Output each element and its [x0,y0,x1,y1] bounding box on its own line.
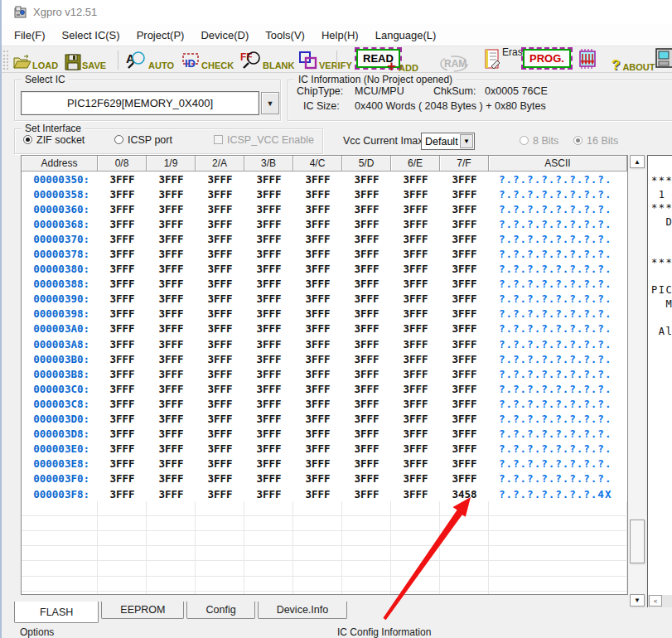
ic-combobox-dropdown-button[interactable]: ▼ [261,92,279,114]
hex-cell[interactable]: 3FFF [98,472,147,485]
hex-cell[interactable]: 3FFF [196,188,244,201]
hex-cell[interactable]: 3FFF [147,472,196,485]
column-header[interactable]: 5/D [342,156,391,172]
hex-cell[interactable]: 3FFF [196,292,244,305]
grid-vertical-scrollbar[interactable]: ▲ ▼ [629,155,645,607]
hex-cell[interactable]: 3FFF [391,307,440,320]
menu-item[interactable]: Language(L) [370,27,442,44]
hex-cell[interactable]: 3FFF [196,442,244,455]
hex-cell[interactable]: 3FFF [440,263,489,275]
hex-cell[interactable]: 3FFF [391,413,440,425]
hex-cell[interactable]: 3FFF [98,398,147,410]
hex-cell[interactable]: 3FFF [293,457,342,470]
hex-cell[interactable]: 3FFF [244,457,293,470]
ascii-cell[interactable]: ?.?.?.?.?.?.?.?. [489,368,627,380]
ascii-cell[interactable]: ?.?.?.?.?.?.?.?. [489,292,627,305]
hex-cell[interactable]: 3FFF [342,338,391,350]
about-button[interactable]: ? ABOUT [612,51,655,72]
add-button[interactable]: + ADD [387,51,418,73]
hex-cell[interactable]: 3FFF [196,383,244,395]
verify-button[interactable]: VERIFY [298,49,352,70]
hex-cell[interactable]: 3FFF [391,322,440,335]
hex-cell[interactable]: 3FFF [293,338,342,350]
ascii-cell[interactable]: ?.?.?.?.?.?.?.4X [489,488,627,500]
hex-cell[interactable]: 3FFF [244,173,293,186]
hex-cell[interactable]: 3FFF [391,428,440,440]
hex-cell[interactable]: 3FFF [293,472,342,485]
hex-cell[interactable]: 3FFF [440,322,489,335]
hex-cell[interactable]: 3FFF [342,353,391,365]
column-header[interactable]: 4/C [293,156,342,172]
hex-cell[interactable]: 3FFF [147,353,196,365]
hex-cell[interactable]: 3FFF [244,307,293,320]
hex-cell[interactable]: 3FFF [147,278,196,290]
device-monitor-button[interactable] [655,48,672,70]
hex-cell[interactable]: 3458 [440,488,489,500]
hex-cell[interactable]: 3FFF [98,353,147,365]
hex-cell[interactable]: 3FFF [98,413,147,425]
ascii-cell[interactable]: ?.?.?.?.?.?.?.?. [489,248,627,260]
hex-cell[interactable]: 3FFF [244,368,293,380]
hex-cell[interactable]: 3FFF [391,233,440,245]
hex-cell[interactable]: 3FFF [440,383,489,395]
hex-cell[interactable]: 3FFF [391,383,440,395]
hex-cell[interactable]: 3FFF [342,218,391,230]
hex-cell[interactable]: 3FFF [342,472,391,485]
hex-cell[interactable]: 3FFF [440,457,489,470]
hex-cell[interactable]: 3FFF [440,233,489,245]
column-header[interactable]: 6/E [391,156,440,172]
hex-cell[interactable]: 3FFF [196,203,244,215]
hex-cell[interactable]: 3FFF [196,278,244,290]
ascii-cell[interactable]: ?.?.?.?.?.?.?.?. [489,413,627,425]
scroll-left-button[interactable]: < [649,595,662,607]
hex-cell[interactable]: 3FFF [244,428,293,440]
hex-cell[interactable]: 3FFF [244,383,293,395]
hex-cell[interactable]: 3FFF [293,218,342,230]
hex-cell[interactable]: 3FFF [244,278,293,290]
ascii-cell[interactable]: ?.?.?.?.?.?.?.?. [489,322,627,335]
hex-cell[interactable]: 3FFF [196,472,244,485]
hex-cell[interactable]: 3FFF [147,263,196,275]
ascii-cell[interactable]: ?.?.?.?.?.?.?.?. [489,203,627,215]
hex-cell[interactable]: 3FFF [147,398,196,410]
hex-cell[interactable]: 3FFF [293,413,342,425]
ascii-cell[interactable]: ?.?.?.?.?.?.?.?. [489,233,627,245]
hex-cell[interactable]: 3FFF [196,368,244,380]
hex-cell[interactable]: 3FFF [147,488,196,500]
hex-cell[interactable]: 3FFF [342,413,391,425]
hex-cell[interactable]: 3FFF [98,203,147,215]
hex-cell[interactable]: 3FFF [147,413,196,425]
menu-item[interactable]: File(F) [8,27,51,44]
hex-cell[interactable]: 3FFF [391,278,440,290]
hex-cell[interactable]: 3FFF [196,233,244,245]
hex-cell[interactable]: 3FFF [440,413,489,425]
column-header[interactable]: ASCII [489,156,627,172]
hex-cell[interactable]: 3FFF [293,368,342,380]
hex-cell[interactable]: 3FFF [147,457,196,470]
zif-socket-radio[interactable]: ZIF socket [23,134,85,146]
hex-cell[interactable]: 3FFF [196,413,244,425]
hex-cell[interactable]: 3FFF [391,457,440,470]
hex-cell[interactable]: 3FFF [196,263,244,275]
hex-cell[interactable]: 3FFF [147,203,196,215]
hex-cell[interactable]: 3FFF [391,188,440,201]
hex-cell[interactable]: 3FFF [196,457,244,470]
hex-cell[interactable]: 3FFF [440,368,489,380]
hex-cell[interactable]: 3FFF [293,383,342,395]
hex-cell[interactable]: 3FFF [293,488,342,500]
hex-cell[interactable]: 3FFF [98,338,147,350]
hex-cell[interactable]: 3FFF [244,292,293,305]
hex-cell[interactable]: 3FFF [391,292,440,305]
tab-eeprom[interactable]: EEPROM [101,602,184,619]
hex-cell[interactable]: 3FFF [342,203,391,215]
hex-cell[interactable]: 3FFF [391,173,440,186]
check-button[interactable]: ID CHECK [181,49,234,70]
menu-item[interactable]: Help(H) [316,27,365,44]
hex-cell[interactable]: 3FFF [440,292,489,305]
hex-cell[interactable]: 3FFF [342,263,391,275]
hex-cell[interactable]: 3FFF [293,398,342,410]
hex-cell[interactable]: 3FFF [147,442,196,455]
hex-cell[interactable]: 3FFF [440,398,489,410]
ascii-cell[interactable]: ?.?.?.?.?.?.?.?. [489,383,627,395]
hex-cell[interactable]: 3FFF [244,233,293,245]
